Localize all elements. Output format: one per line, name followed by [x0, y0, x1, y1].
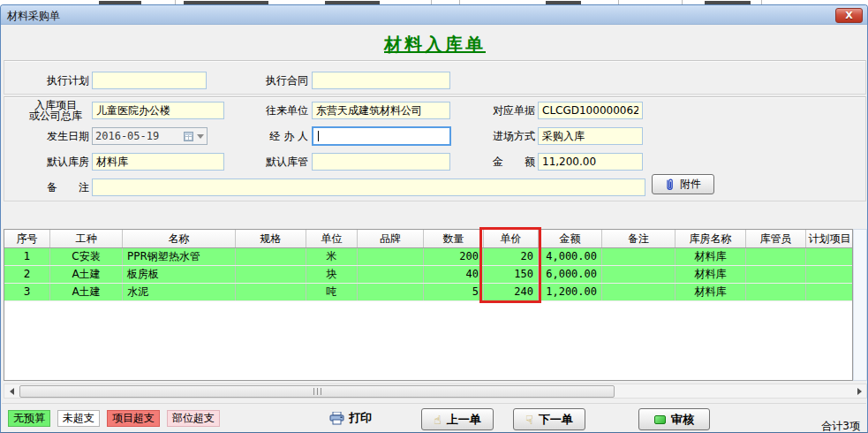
vertical-scrollbar[interactable] — [853, 229, 867, 381]
table-row[interactable]: 3A土建水泥吨52401,200.00材料库 — [4, 284, 852, 301]
table-cell: 40 — [424, 266, 484, 283]
table-cell — [602, 284, 676, 300]
column-header[interactable]: 单位 — [306, 230, 358, 247]
chevron-down-icon[interactable] — [197, 134, 204, 139]
table-cell: 5 — [424, 284, 484, 300]
column-header[interactable]: 库房名称 — [676, 230, 746, 247]
window-title: 材料采购单 — [7, 9, 60, 24]
table-cell: 水泥 — [123, 284, 236, 300]
table-cell: 块 — [306, 266, 358, 283]
table-row[interactable]: 1C安装PPR钢塑热水管米200204,000.00材料库 — [4, 248, 852, 266]
column-header[interactable]: 单价 — [484, 230, 539, 247]
table-cell — [236, 266, 306, 283]
footer-separator — [2, 403, 866, 404]
dialog-titlebar[interactable]: 材料采购单 X — [1, 5, 867, 25]
column-header[interactable]: 名称 — [123, 230, 236, 247]
audit-button[interactable]: 审核 — [638, 408, 710, 430]
column-header[interactable]: 工种 — [50, 230, 123, 247]
next-order-button[interactable]: ☟ 下一单 — [513, 408, 585, 430]
handler-input[interactable] — [312, 126, 451, 146]
entry-mode-input[interactable] — [538, 127, 643, 145]
horizontal-scrollbar[interactable] — [4, 384, 867, 399]
column-header[interactable]: 品牌 — [358, 230, 424, 247]
paperclip-icon — [665, 179, 675, 191]
doc-no-input[interactable] — [538, 102, 643, 119]
table-cell: PPR钢塑热水管 — [123, 248, 236, 265]
table-cell: 米 — [306, 248, 358, 265]
column-header[interactable]: 金额 — [539, 230, 602, 247]
audit-button-label: 审核 — [671, 412, 694, 428]
previous-order-button[interactable]: ☝ 上一单 — [421, 408, 494, 430]
table-cell: 材料库 — [676, 284, 746, 300]
attachment-button[interactable]: 附件 — [652, 174, 714, 194]
items-table: 序号工种名称规格单位品牌数量单价金额备注库房名称库管员计划项目 1C安装PPR钢… — [4, 229, 853, 381]
next-order-label: 下一单 — [539, 412, 573, 428]
table-cell — [746, 266, 806, 283]
remark-input[interactable] — [92, 179, 645, 196]
table-cell — [358, 248, 424, 265]
column-header[interactable]: 数量 — [424, 230, 484, 247]
table-cell: 200 — [424, 248, 484, 265]
column-header[interactable]: 库管员 — [746, 230, 806, 247]
print-button[interactable]: 打印 — [329, 410, 372, 426]
scroll-right-button[interactable] — [852, 384, 866, 398]
column-header[interactable]: 规格 — [236, 230, 306, 247]
table-row[interactable]: 2A土建板房板块401506,000.00材料库 — [4, 266, 852, 284]
table-cell: 3 — [4, 284, 50, 300]
table-cell: 1 — [4, 248, 50, 265]
table-cell — [358, 284, 424, 300]
close-button[interactable]: X — [835, 8, 863, 23]
material-purchase-dialog: 材料采购单 X 材料入库单 执行计划 执行合同 入库项目 或公司总库 往来单位 … — [0, 4, 868, 433]
column-header[interactable]: 序号 — [4, 230, 50, 247]
counterparty-input[interactable] — [312, 102, 450, 119]
table-cell — [602, 266, 676, 283]
table-cell — [806, 248, 853, 265]
keeper-input[interactable] — [312, 153, 450, 171]
table-cell — [236, 284, 306, 300]
entry-mode-label: 进场方式 — [480, 129, 535, 143]
amount-input[interactable] — [538, 153, 643, 171]
scrollbar-thumb[interactable] — [19, 385, 615, 398]
keeper-label: 默认库管 — [253, 155, 308, 169]
exec-contract-input[interactable] — [312, 72, 450, 89]
project-input[interactable] — [92, 102, 224, 119]
table-cell: 材料库 — [676, 248, 746, 265]
doc-no-label: 对应单据 — [480, 103, 535, 118]
table-cell: 2 — [4, 266, 50, 283]
table-cell: 吨 — [306, 284, 358, 300]
budget-legend: 无预算未超支项目超支部位超支 — [8, 410, 220, 427]
legend-item: 无预算 — [8, 410, 50, 427]
legend-item: 项目超支 — [107, 410, 160, 427]
arrow-right-icon — [857, 388, 862, 395]
table-cell: 4,000.00 — [539, 248, 602, 265]
column-header[interactable]: 备注 — [602, 230, 676, 247]
table-cell — [806, 266, 853, 283]
hand-up-icon: ☝ — [434, 414, 442, 426]
table-cell — [602, 248, 676, 265]
exec-plan-input[interactable] — [92, 72, 207, 89]
audit-status-icon — [654, 415, 666, 424]
screen: 材料采购单 X 材料入库单 执行计划 执行合同 入库项目 或公司总库 往来单位 … — [0, 0, 868, 433]
column-header[interactable]: 计划项目 — [806, 230, 853, 247]
scrollbar-grip — [313, 388, 321, 395]
table-cell — [746, 248, 806, 265]
table-body: 1C安装PPR钢塑热水管米200204,000.00材料库2A土建板房板块401… — [4, 248, 852, 301]
calendar-icon[interactable] — [184, 132, 193, 141]
exec-plan-label: 执行计划 — [34, 73, 89, 87]
exec-contract-label: 执行合同 — [253, 73, 308, 87]
counterparty-label: 往来单位 — [253, 103, 308, 118]
scroll-left-button[interactable] — [4, 384, 19, 398]
legend-item: 部位超支 — [167, 410, 220, 427]
table-cell: 板房板 — [123, 266, 236, 283]
table-cell: 6,000.00 — [539, 266, 602, 283]
table-cell: A土建 — [50, 266, 123, 283]
table-header: 序号工种名称规格单位品牌数量单价金额备注库房名称库管员计划项目 — [4, 230, 852, 248]
date-picker[interactable]: 2016-05-19 — [92, 127, 208, 145]
total-count: 合计3项 — [821, 419, 860, 433]
page-title: 材料入库单 — [1, 33, 868, 57]
table-cell: C安装 — [50, 248, 123, 265]
legend-item: 未超支 — [57, 410, 100, 427]
print-button-label: 打印 — [349, 410, 372, 426]
project-label: 入库项目 或公司总库 — [22, 100, 89, 121]
warehouse-input[interactable] — [92, 153, 224, 171]
